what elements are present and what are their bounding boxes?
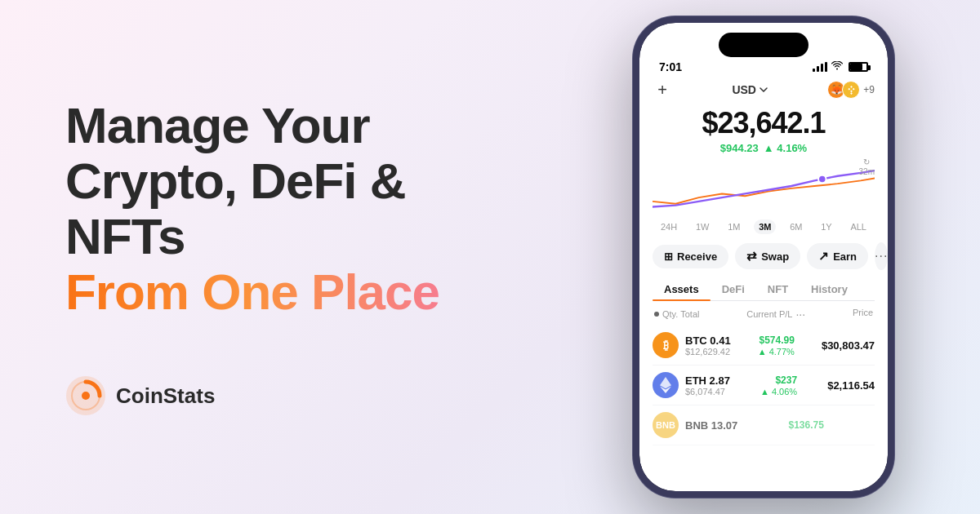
filter-3m[interactable]: 3M: [754, 219, 776, 234]
more-dots-header[interactable]: ···: [795, 308, 805, 321]
chart-section: ↻ 32m: [653, 157, 875, 215]
filter-6m[interactable]: 6M: [785, 219, 807, 234]
headline-line1: Manage Your: [65, 98, 531, 153]
time-filters: 24H 1W 1M 3M 6M 1Y ALL: [653, 219, 875, 234]
tab-assets[interactable]: Assets: [653, 278, 710, 300]
left-section: Manage Your Crypto, DeFi & NFTs From One…: [0, 49, 572, 466]
swap-label: Swap: [761, 250, 789, 263]
refresh-badge[interactable]: ↻ 32m: [859, 157, 875, 176]
currency-selector[interactable]: USD: [732, 83, 768, 96]
receive-label: Receive: [677, 250, 717, 263]
brand-logo-icon: [65, 375, 106, 416]
headline: Manage Your Crypto, DeFi & NFTs From One…: [65, 98, 531, 321]
status-icons: [813, 61, 868, 73]
tab-defi[interactable]: DeFi: [710, 278, 756, 300]
refresh-time: 32m: [859, 167, 875, 176]
assets-header: Qty. Total Current P/L ··· Price: [653, 308, 875, 321]
dynamic-island: [719, 33, 808, 57]
receive-icon: ⊞: [664, 250, 673, 263]
asset-left-eth: ETH 2.87 $6,074.47: [653, 372, 730, 398]
tab-history[interactable]: History: [800, 278, 859, 300]
btc-icon: ₿: [653, 332, 679, 358]
bnb-pnl: $136.75: [788, 419, 823, 431]
phone-frame: 7:01: [633, 16, 894, 498]
bnb-pnl-amount: $136.75: [788, 419, 823, 431]
assets-header-left: Qty. Total: [654, 308, 699, 321]
change-percent: ▲ 4.16%: [764, 142, 807, 154]
earn-label: Earn: [833, 250, 857, 263]
eth-pnl: $237 ▲ 4.06%: [760, 374, 797, 397]
headline-line2: Crypto, DeFi & NFTs: [65, 153, 531, 264]
bnb-icon: BNB: [653, 412, 679, 438]
filter-all[interactable]: ALL: [845, 219, 871, 234]
portfolio-chart: [653, 157, 875, 215]
signal-icon: [813, 62, 827, 72]
phone-screen: 7:01: [639, 23, 888, 491]
wallets-row[interactable]: 🦊 +9: [827, 81, 875, 99]
change-amount: $944.23: [720, 142, 759, 154]
eth-symbol-qty: ETH 2.87: [685, 374, 730, 387]
btc-value: $12,629.42: [685, 347, 731, 357]
status-time: 7:01: [659, 60, 682, 73]
balance-change: $944.23 ▲ 4.16%: [653, 142, 875, 154]
pnl-header: Current P/L ···: [746, 308, 805, 321]
btc-pnl: $574.99 ▲ 4.77%: [758, 335, 795, 357]
bnb-info: BNB 13.07: [685, 419, 737, 432]
asset-left-bnb: BNB BNB 13.07: [653, 412, 737, 438]
top-bar: + USD 🦊: [653, 80, 875, 100]
eth-info: ETH 2.87 $6,074.47: [685, 374, 730, 397]
swap-button[interactable]: ⇄ Swap: [735, 243, 800, 269]
btc-symbol-qty: BTC 0.41: [685, 335, 731, 347]
more-button[interactable]: ···: [875, 242, 888, 270]
filter-1m[interactable]: 1M: [723, 219, 745, 234]
svg-point-2: [818, 175, 826, 183]
svg-point-1: [82, 392, 90, 400]
action-buttons: ⊞ Receive ⇄ Swap ↗ Earn ···: [653, 242, 875, 270]
filter-1y[interactable]: 1Y: [816, 219, 836, 234]
eth-pnl-percent: ▲ 4.06%: [760, 387, 797, 397]
swap-icon: ⇄: [746, 249, 757, 264]
sort-indicator: [654, 312, 659, 317]
btc-price: $30,803.47: [822, 339, 875, 352]
asset-left-btc: ₿ BTC 0.41 $12,629.42: [653, 332, 731, 358]
battery-icon: [849, 62, 868, 72]
brand-section: CoinStats: [65, 326, 531, 416]
asset-row-eth: ETH 2.87 $6,074.47 $237 ▲ 4.06% $2,116.5…: [653, 366, 875, 405]
headline-line3: From One Place: [65, 264, 531, 320]
earn-button[interactable]: ↗ Earn: [807, 243, 868, 269]
btc-pnl-percent: ▲ 4.77%: [758, 347, 795, 357]
wallet-count: +9: [863, 84, 875, 95]
balance-amount: $23,642.1: [653, 106, 875, 140]
bnb-wallet-icon: [842, 81, 860, 99]
wifi-icon: [831, 61, 843, 73]
filter-1w[interactable]: 1W: [691, 219, 715, 234]
price-label: Price: [853, 308, 873, 321]
eth-value: $6,074.47: [685, 387, 730, 397]
currency-label: USD: [732, 83, 756, 96]
eth-pnl-amount: $237: [775, 374, 797, 386]
btc-info: BTC 0.41 $12,629.42: [685, 335, 731, 357]
asset-row-btc: ₿ BTC 0.41 $12,629.42 $574.99 ▲ 4.77% $3…: [653, 326, 875, 366]
tab-nft[interactable]: NFT: [756, 278, 800, 300]
asset-row-bnb: BNB BNB 13.07 $136.75: [653, 405, 875, 445]
earn-icon: ↗: [818, 249, 829, 264]
brand-name: CoinStats: [116, 383, 215, 409]
add-button[interactable]: +: [653, 80, 672, 100]
eth-icon: [653, 372, 679, 398]
current-pl-label: Current P/L: [746, 309, 792, 319]
btc-pnl-amount: $574.99: [759, 335, 794, 346]
tabs: Assets DeFi NFT History: [653, 278, 875, 301]
refresh-icon: ↻: [863, 157, 870, 166]
receive-button[interactable]: ⊞ Receive: [653, 245, 728, 268]
right-section: 7:01: [572, 0, 980, 514]
bnb-symbol-qty: BNB 13.07: [685, 419, 737, 432]
qty-total-label: Qty. Total: [662, 309, 699, 319]
status-bar: 7:01: [639, 57, 888, 73]
app-content: + USD 🦊: [639, 73, 888, 491]
chevron-down-icon: [760, 87, 768, 92]
balance-section: $23,642.1 $944.23 ▲ 4.16%: [653, 106, 875, 154]
eth-price: $2,116.54: [827, 379, 875, 392]
filter-24h[interactable]: 24H: [656, 219, 682, 234]
phone-wrapper: 7:01: [633, 16, 894, 498]
